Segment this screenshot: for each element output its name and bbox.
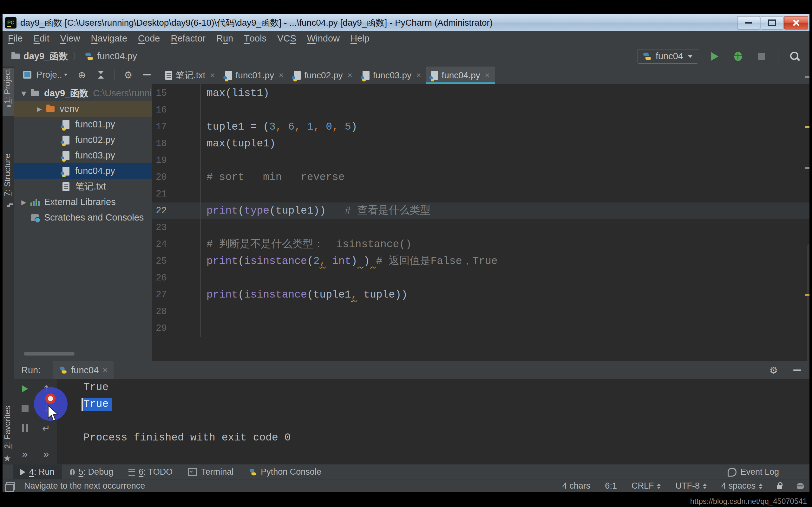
tree-item-func02-py[interactable]: func02.py — [14, 132, 152, 148]
status-widget-utf-8[interactable]: UTF-8 — [675, 481, 707, 491]
menu-refactor[interactable]: Refactor — [165, 31, 211, 46]
play-icon — [20, 469, 26, 475]
tree-item--txt[interactable]: 笔记.txt — [14, 179, 152, 194]
close-icon[interactable]: × — [210, 70, 215, 80]
tree-item-External-Libraries[interactable]: ▶External Libraries — [14, 194, 152, 210]
run-tab[interactable]: func04 × — [53, 361, 113, 379]
menu-navigate[interactable]: Navigate — [86, 31, 133, 46]
tab-func04-py[interactable]: func04.py× — [426, 66, 495, 84]
close-icon[interactable]: × — [102, 365, 108, 376]
tree-item-label: Scratches and Consoles — [44, 212, 144, 223]
status-widget-4-chars[interactable]: 4 chars — [562, 481, 591, 491]
editor-area[interactable]: 笔记.txt×func01.py×func02.py×func03.py×fun… — [152, 66, 812, 361]
stop-button[interactable] — [755, 49, 768, 63]
chevron-right-icon: ▶ — [33, 105, 46, 113]
more-actions-button[interactable]: » — [44, 448, 49, 460]
lock-icon[interactable] — [777, 485, 782, 489]
breadcrumb-item[interactable]: func04.py — [85, 51, 137, 61]
spinner-icon — [703, 484, 707, 489]
tree-item-func03-py[interactable]: func03.py — [14, 148, 152, 163]
python-file-icon — [294, 71, 301, 80]
menu-run[interactable]: Run — [211, 31, 239, 46]
horizontal-scrollbar[interactable] — [24, 352, 74, 355]
debug-button[interactable] — [731, 49, 745, 63]
tree-item-func01-py[interactable]: func01.py — [14, 117, 152, 132]
more-actions-button[interactable]: » — [22, 448, 28, 460]
search-everywhere-button[interactable] — [788, 49, 802, 63]
editor-tab-bar: 笔记.txt×func01.py×func02.py×func03.py×fun… — [152, 66, 812, 84]
pause-output-button[interactable] — [14, 418, 36, 438]
minimize-button[interactable] — [737, 16, 760, 30]
stripe-button-label: 7: Structure — [2, 154, 12, 196]
code-text: # sort min reverse — [200, 169, 812, 186]
rerun-button[interactable] — [14, 379, 36, 399]
run-console-output[interactable]: TrueTrueProcess finished with exit code … — [57, 379, 812, 464]
menu-tools[interactable]: Tools — [239, 31, 272, 46]
tab-func03-py[interactable]: func03.py× — [357, 66, 426, 84]
tab--txt[interactable]: 笔记.txt× — [160, 66, 220, 84]
tree-item-icon — [61, 167, 71, 176]
menu-window[interactable]: Window — [302, 31, 345, 46]
menu-edit[interactable]: Edit — [28, 31, 55, 46]
run-button[interactable] — [708, 49, 722, 63]
close-button[interactable] — [784, 16, 808, 30]
hide-panel-button[interactable] — [142, 74, 152, 75]
tree-item-func04-py[interactable]: func04.py — [14, 163, 152, 179]
restore-toolwindows-icon[interactable] — [6, 482, 15, 490]
stop-process-button[interactable] — [14, 399, 36, 418]
line-number: 20 — [152, 169, 200, 186]
menu-help[interactable]: Help — [345, 31, 375, 46]
python-icon — [85, 52, 93, 60]
line-number: 16 — [152, 102, 200, 118]
run-panel-header: Run: func04 × ⚙ — [14, 361, 812, 379]
up-triangle — [759, 484, 763, 486]
code-text: tuple1 = (3, 6, 1, 0, 5) — [200, 118, 812, 135]
code-text — [200, 219, 812, 236]
toolwindow-button-terminal[interactable]: Terminal — [180, 464, 241, 480]
inspections-profile-icon[interactable] — [797, 483, 804, 489]
menu-vcs[interactable]: VCS — [272, 31, 302, 46]
selected-text: True — [82, 398, 112, 411]
maximize-button[interactable] — [761, 16, 783, 30]
locate-file-button[interactable]: ⊕ — [77, 69, 87, 80]
code-editor[interactable]: 14list1 = [4, 1, 4, 5, 8, 9]15max(list1)… — [152, 76, 812, 337]
python-icon — [643, 52, 651, 60]
text-file-icon — [165, 71, 172, 80]
breadcrumb-item[interactable]: day9_函数 — [11, 50, 68, 63]
up-triangle — [657, 484, 661, 486]
hide-run-panel-button[interactable] — [792, 370, 803, 371]
console-line — [57, 412, 812, 429]
tree-item-icon — [30, 214, 40, 221]
status-widget-crlf[interactable]: CRLF — [631, 481, 661, 491]
tree-item-day9_-[interactable]: ▼day9_函数C:\Users\runni — [14, 86, 152, 101]
event-log-button[interactable]: Event Log — [720, 464, 786, 480]
status-widget-4-spaces[interactable]: 4 spaces — [721, 481, 763, 491]
project-view-selector[interactable]: Proje.. — [37, 70, 62, 80]
python-badge — [61, 172, 66, 177]
menu-file[interactable]: File — [3, 31, 28, 46]
close-icon[interactable]: × — [348, 70, 352, 80]
tab-func02-py[interactable]: func02.py× — [289, 66, 357, 84]
tree-item-Scratches-and-Consoles[interactable]: Scratches and Consoles — [14, 210, 152, 225]
tab-func01-py[interactable]: func01.py× — [220, 66, 289, 84]
close-icon[interactable]: × — [485, 70, 490, 80]
collapse-all-button[interactable] — [96, 71, 106, 78]
python-file-icon — [62, 167, 69, 176]
status-widget-6-1[interactable]: 6:1 — [605, 481, 617, 491]
toolwindow-button-5-debug[interactable]: 5: Debug — [62, 464, 121, 480]
tree-item-label: func01.py — [75, 119, 115, 130]
toolwindow-button-python-console[interactable]: Python Console — [241, 464, 329, 480]
close-icon[interactable]: × — [416, 70, 421, 80]
tree-item-venv[interactable]: ▶venv — [14, 101, 152, 117]
up-triangle — [703, 484, 707, 486]
menu-view[interactable]: View — [55, 31, 86, 46]
run-configuration-select[interactable]: func04 — [638, 49, 698, 64]
run-settings-gear-icon[interactable]: ⚙ — [768, 365, 779, 376]
toolwindow-button-6-todo[interactable]: 6: TODO — [121, 464, 180, 480]
code-line-22: 22print(type(tuple1)) # 查看是什么类型 — [152, 203, 812, 219]
code-text — [200, 303, 812, 320]
menu-code[interactable]: Code — [133, 31, 165, 46]
settings-gear-icon[interactable]: ⚙ — [123, 69, 133, 80]
toolwindow-button-4-run[interactable]: 4: Run — [13, 464, 62, 480]
close-icon[interactable]: × — [279, 70, 284, 80]
